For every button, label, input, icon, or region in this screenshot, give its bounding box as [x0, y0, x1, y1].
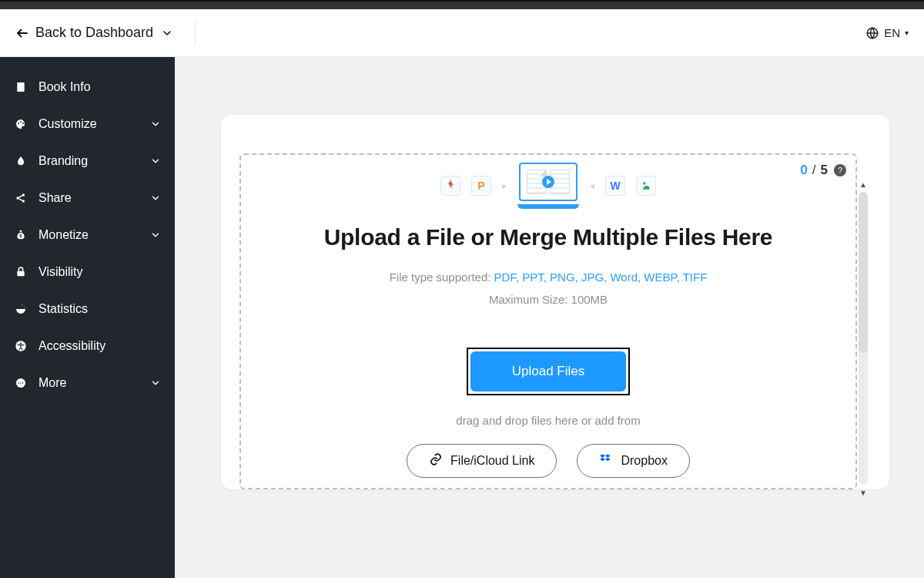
- main-content: 0 / 5 ? P ▸: [175, 57, 924, 578]
- svg-point-16: [22, 382, 24, 384]
- lock-icon: [14, 265, 28, 279]
- pdf-icon: [440, 176, 460, 196]
- dropbox-button[interactable]: Dropbox: [577, 444, 689, 478]
- upload-files-button[interactable]: Upload Files: [470, 351, 627, 391]
- sidebar-item-share[interactable]: Share: [14, 191, 161, 205]
- sidebar-item-label: Statistics: [38, 302, 88, 316]
- upload-counter: 0 / 5 ?: [800, 163, 846, 178]
- svg-point-17: [643, 182, 646, 185]
- upload-button-frame: Upload Files: [467, 348, 631, 395]
- back-to-dashboard-button[interactable]: Back to Dashboard: [15, 22, 196, 45]
- sidebar-item-customize[interactable]: Customize: [14, 117, 161, 131]
- back-label: Back to Dashboard: [35, 25, 153, 41]
- counter-max: 5: [821, 163, 828, 178]
- link-icon: [429, 452, 443, 469]
- caret-down-icon: ▾: [905, 29, 909, 37]
- palette-icon: [14, 117, 28, 131]
- chevron-down-icon: [150, 378, 161, 388]
- upload-card: 0 / 5 ? P ▸: [221, 115, 889, 489]
- counter-current: 0: [800, 163, 807, 178]
- money-bag-icon: $: [14, 228, 28, 242]
- language-selector[interactable]: EN ▾: [865, 26, 909, 40]
- upload-file-types: File type supported: PDF, PPT, PNG, JPG,…: [390, 271, 708, 284]
- scroll-track[interactable]: [859, 192, 868, 485]
- word-icon: W: [605, 176, 625, 196]
- file-types-list: PDF, PPT, PNG, JPG, Word, WEBP, TIFF: [494, 271, 708, 284]
- scroll-down-icon[interactable]: ▼: [859, 486, 868, 499]
- help-icon[interactable]: ?: [834, 164, 846, 176]
- dropbox-label: Dropbox: [621, 454, 667, 468]
- svg-point-5: [22, 123, 24, 124]
- sidebar-item-label: Accessibility: [38, 339, 105, 353]
- sidebar-item-label: Branding: [38, 154, 88, 168]
- file-types-label: File type supported:: [390, 271, 494, 284]
- sidebar-item-branding[interactable]: Branding: [14, 154, 161, 168]
- ppt-icon: P: [471, 176, 491, 196]
- triangle-right-icon: ▸: [502, 180, 507, 191]
- more-icon: [14, 376, 28, 390]
- chevron-down-icon: [150, 156, 161, 166]
- globe-icon: [865, 26, 879, 40]
- language-label: EN: [884, 26, 900, 39]
- file-icloud-link-label: File/iCloud Link: [450, 454, 534, 468]
- svg-rect-10: [17, 271, 24, 277]
- drop-icon: [14, 154, 28, 168]
- image-icon: [636, 176, 656, 196]
- svg-point-15: [20, 382, 22, 384]
- upload-title: Upload a File or Merge Multiple Files He…: [324, 224, 773, 250]
- sidebar-item-visibility[interactable]: Visibility: [14, 265, 161, 279]
- share-icon: [14, 191, 28, 205]
- sidebar-item-more[interactable]: More: [14, 376, 161, 390]
- file-icloud-link-button[interactable]: File/iCloud Link: [407, 444, 557, 478]
- svg-point-3: [18, 123, 19, 124]
- file-type-illustration: P ▸ ◂ W: [440, 163, 656, 209]
- svg-point-14: [18, 382, 20, 384]
- header-separator: [195, 22, 196, 45]
- pie-icon: [14, 302, 28, 316]
- drag-drop-hint: drag and drop files here or add from: [456, 414, 640, 427]
- counter-separator: /: [812, 163, 816, 178]
- sidebar-item-label: Share: [38, 191, 72, 205]
- app-header: Back to Dashboard EN ▾: [0, 9, 924, 57]
- chevron-down-icon: [161, 27, 173, 39]
- window-title-bar: [0, 2, 924, 9]
- sidebar-item-label: Monetize: [38, 228, 89, 242]
- triangle-left-icon: ◂: [590, 180, 594, 191]
- svg-point-4: [20, 121, 22, 123]
- svg-point-12: [20, 343, 22, 344]
- sidebar-item-label: Book Info: [38, 80, 91, 94]
- universal-access-icon: [14, 339, 28, 353]
- sidebar: Book Info Customize Branding: [0, 57, 175, 578]
- card-scrollbar[interactable]: ▲ ▼: [859, 192, 868, 485]
- arrow-left-icon: [15, 26, 29, 40]
- sidebar-item-book-info[interactable]: Book Info: [14, 80, 161, 94]
- dropbox-icon: [599, 452, 613, 469]
- sidebar-item-label: Customize: [38, 117, 97, 131]
- sidebar-item-statistics[interactable]: Statistics: [14, 302, 161, 316]
- upload-dropzone[interactable]: 0 / 5 ? P ▸: [239, 153, 857, 489]
- chevron-down-icon: [150, 230, 161, 240]
- sidebar-item-accessibility[interactable]: Accessibility: [14, 339, 161, 353]
- upload-max-size: Maximum Size: 100MB: [489, 293, 608, 306]
- alternative-sources-row: File/iCloud Link Dropbox: [407, 444, 690, 478]
- chevron-down-icon: [150, 193, 161, 203]
- scroll-up-icon[interactable]: ▲: [859, 178, 868, 190]
- scroll-thumb[interactable]: [859, 192, 868, 353]
- sidebar-item-monetize[interactable]: $ Monetize: [14, 228, 161, 242]
- book-icon: [14, 80, 28, 94]
- laptop-icon: [517, 163, 579, 209]
- chevron-down-icon: [150, 119, 161, 129]
- sidebar-item-label: Visibility: [38, 265, 83, 279]
- sidebar-item-label: More: [38, 376, 66, 390]
